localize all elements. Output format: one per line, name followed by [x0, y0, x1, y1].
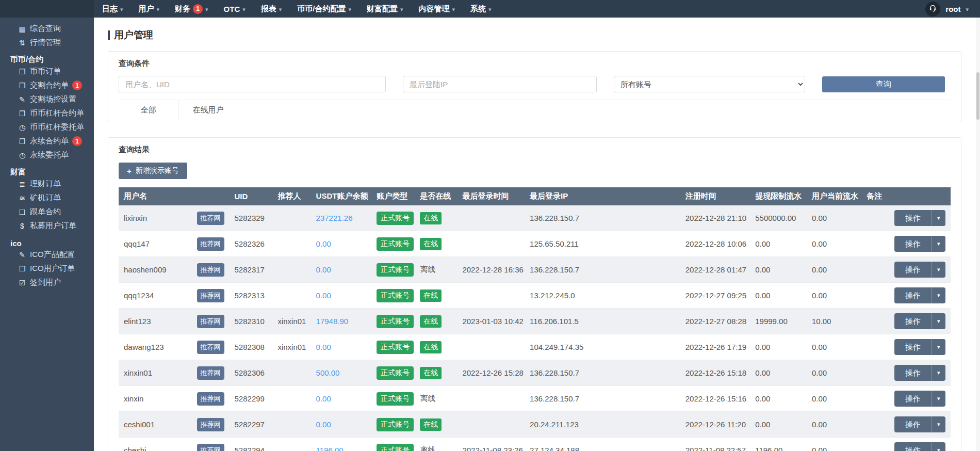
referral-network-badge[interactable]: 推荐网 — [197, 289, 224, 302]
action-split-button[interactable]: 操作▾ — [894, 365, 945, 381]
balance-link[interactable]: 237221.26 — [316, 214, 353, 222]
referral-network-badge[interactable]: 推荐网 — [197, 392, 224, 406]
account-type-select[interactable]: 所有账号 — [614, 76, 805, 92]
action-split-button[interactable]: 操作▾ — [894, 391, 945, 407]
nav-item-wealth-config[interactable]: 财富配置▾ — [367, 4, 403, 14]
cell-actions: 操作▾ — [889, 438, 951, 451]
sidebar-item-perpetual-entrust-orders[interactable]: ◷永续委托单 — [0, 148, 94, 162]
balance-link[interactable]: 500.00 — [316, 368, 340, 377]
action-split-button[interactable]: 操作▾ — [894, 236, 945, 252]
action-split-button[interactable]: 操作▾ — [894, 313, 945, 329]
action-split-button[interactable]: 操作▾ — [894, 442, 945, 451]
avatar[interactable] — [925, 2, 940, 17]
sidebar-item-coin-orders[interactable]: ❒币币订单 — [0, 65, 94, 78]
scrollbar-thumb[interactable] — [976, 72, 979, 120]
cell-register-time: 2022-12-27 08:28 — [680, 309, 750, 334]
referral-network-badge[interactable]: 推荐网 — [197, 444, 224, 451]
chevron-down-icon[interactable]: ▾ — [932, 262, 945, 278]
nav-item-users[interactable]: 用户▾ — [139, 4, 160, 14]
chevron-down-icon: ▾ — [242, 6, 246, 13]
cell-uid: 5282299 — [230, 386, 273, 412]
sidebar-item-ico-product-config[interactable]: ✎ICO产品配置 — [0, 248, 94, 262]
action-button[interactable]: 操作 — [894, 287, 932, 303]
chevron-down-icon[interactable]: ▾ — [932, 339, 945, 355]
balance-link[interactable]: 1196.00 — [316, 446, 344, 451]
nav-item-coin-contract-config[interactable]: 币币/合约配置▾ — [297, 4, 351, 14]
referral-network-badge[interactable]: 推荐网 — [197, 366, 224, 380]
action-button[interactable]: 操作 — [894, 262, 932, 278]
referral-network-badge[interactable]: 推荐网 — [197, 418, 224, 431]
chevron-down-icon[interactable]: ▾ — [932, 365, 945, 381]
cell-register-time: 2022-12-26 15:16 — [680, 386, 750, 412]
chevron-down-icon[interactable]: ▾ — [932, 287, 945, 303]
referral-network-badge[interactable]: 推荐网 — [197, 315, 224, 328]
sidebar-item-coin-margin-contract-orders[interactable]: ❐币币杠杆合约单 — [0, 106, 94, 120]
vertical-scrollbar[interactable] — [976, 18, 980, 451]
action-split-button[interactable]: 操作▾ — [894, 416, 945, 432]
chevron-down-icon[interactable]: ▾ — [932, 442, 945, 451]
sidebar-item-coin-margin-entrust-orders[interactable]: ◷币币杠杆委托单 — [0, 120, 94, 134]
sidebar-item-ico-user-orders[interactable]: ❒ICO用户订单 — [0, 262, 94, 276]
action-button[interactable]: 操作 — [894, 339, 932, 355]
balance-link[interactable]: 0.00 — [316, 343, 331, 351]
action-button[interactable]: 操作 — [894, 313, 932, 329]
cell-username: cheshi推荐网 — [119, 438, 230, 451]
action-button[interactable]: 操作 — [894, 210, 932, 226]
referral-network-badge[interactable]: 推荐网 — [197, 237, 224, 251]
nav-item-logs[interactable]: 日志▾ — [102, 4, 123, 14]
nav-item-system[interactable]: 系统▾ — [470, 4, 492, 14]
sidebar-item-private-fund-orders[interactable]: $私募用户订单 — [0, 219, 94, 233]
cell-last-login-time: 2022-11-08 23:26 — [457, 438, 525, 451]
balance-link[interactable]: 17948.90 — [316, 317, 349, 326]
action-split-button[interactable]: 操作▾ — [894, 339, 945, 355]
sidebar-item-label: 矿机订单 — [30, 193, 61, 203]
username-uid-input[interactable] — [119, 76, 386, 92]
nav-item-reports[interactable]: 报表▾ — [261, 4, 282, 14]
action-button[interactable]: 操作 — [894, 236, 932, 252]
cell-balance: 0.00 — [311, 257, 372, 283]
username-wrap: qqq1234推荐网 — [124, 289, 224, 302]
chevron-down-icon[interactable]: ▾ — [932, 210, 945, 226]
last-login-ip-input[interactable] — [403, 76, 597, 92]
sidebar-item-delivery-control-settings[interactable]: ✎交割场控设置 — [0, 92, 94, 106]
tab-online-users[interactable]: 在线用户 — [178, 100, 238, 121]
chevron-down-icon[interactable]: ▾ — [932, 236, 945, 252]
online-status-badge: 在线 — [420, 212, 442, 224]
chevron-down-icon[interactable]: ▾ — [932, 313, 945, 329]
action-button[interactable]: 操作 — [894, 365, 932, 381]
referral-network-badge[interactable]: 推荐网 — [197, 263, 224, 277]
sidebar-item-copy-trade-contract[interactable]: ❏跟单合约 — [0, 205, 94, 219]
action-split-button[interactable]: 操作▾ — [894, 262, 945, 278]
tab-all[interactable]: 全部 — [119, 100, 178, 121]
action-split-button[interactable]: 操作▾ — [894, 210, 945, 226]
search-button[interactable]: 查询 — [822, 76, 945, 92]
add-demo-account-button[interactable]: + 新增演示账号 — [119, 163, 187, 179]
sidebar-item-overview-query[interactable]: ▦综合查询 — [0, 22, 94, 36]
balance-link[interactable]: 0.00 — [316, 265, 331, 274]
action-button[interactable]: 操作 — [894, 442, 932, 451]
sidebar-item-perpetual-contract-orders[interactable]: ❐永续合约单1 — [0, 134, 94, 148]
user-name: xinxin — [124, 394, 143, 403]
username-wrap: xinxin推荐网 — [124, 392, 224, 406]
balance-link[interactable]: 0.00 — [316, 420, 331, 429]
action-split-button[interactable]: 操作▾ — [894, 287, 945, 303]
referral-network-badge[interactable]: 推荐网 — [197, 341, 224, 354]
sidebar-item-checkin-users[interactable]: ☑签到用户 — [0, 276, 94, 289]
referral-network-badge[interactable]: 推荐网 — [197, 212, 224, 225]
chevron-down-icon[interactable]: ▾ — [932, 416, 945, 432]
sidebar-item-wealth-orders[interactable]: ≣理财订单 — [0, 177, 94, 191]
user-menu[interactable]: root — [945, 5, 960, 13]
sidebar-item-market-management[interactable]: ⇅行情管理 — [0, 36, 94, 50]
nav-item-finance[interactable]: 财务1▾ — [175, 4, 208, 14]
cell-current-flow: 0.00 — [807, 283, 861, 309]
action-button[interactable]: 操作 — [894, 416, 932, 432]
nav-item-content[interactable]: 内容管理▾ — [419, 4, 455, 14]
action-button[interactable]: 操作 — [894, 391, 932, 407]
sidebar-item-miner-orders[interactable]: ≋矿机订单 — [0, 191, 94, 205]
nav-item-otc[interactable]: OTC▾ — [224, 5, 246, 13]
balance-link[interactable]: 0.00 — [316, 239, 331, 248]
chevron-down-icon[interactable]: ▾ — [932, 391, 945, 407]
balance-link[interactable]: 0.00 — [316, 394, 331, 403]
sidebar-item-delivery-contract-orders[interactable]: ❒交割合约单1 — [0, 78, 94, 92]
balance-link[interactable]: 0.00 — [316, 291, 331, 300]
